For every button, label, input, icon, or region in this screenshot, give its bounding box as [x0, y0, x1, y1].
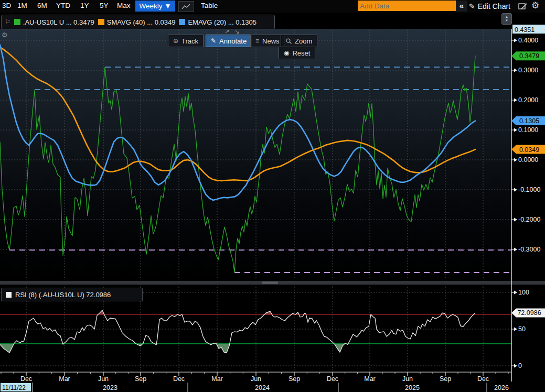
y-tick-label: -0.1000 — [518, 186, 540, 193]
y-tick-label: 0.4000 — [518, 37, 538, 44]
month-label: Mar — [59, 375, 70, 383]
news-icon: ≡ — [255, 37, 259, 45]
top-toolbar: 3D 1M 6M YTD 1Y 5Y Max Weekly ▼ Table « … — [0, 0, 545, 13]
gear-icon[interactable]: ⚙ — [531, 0, 539, 11]
last-value-text: 72.0986 — [517, 309, 541, 317]
month-label: Mar — [364, 375, 376, 383]
month-label: Sep — [135, 375, 146, 383]
rsi-legend[interactable]: RSI (8) (.AU-US10L U) 72.0986 — [1, 288, 143, 301]
svg-text:0.4351: 0.4351 — [515, 26, 535, 34]
track-button[interactable]: ⊕ Track — [168, 35, 204, 47]
month-label: Mar — [211, 375, 223, 383]
panel-gear-icon[interactable]: ⚙ — [2, 31, 8, 39]
legend-item-emavg[interactable]: EMAVG (20) ... 0.1305 — [179, 18, 257, 26]
reset-label: Reset — [292, 49, 310, 57]
bloomberg-chart-window: { "toolbar": { "tabs": ["3D","1M","6M","… — [0, 0, 545, 392]
spinner-down-icon[interactable]: ▼ — [505, 19, 508, 23]
series-legend: ⚐ .AU-US10L U ... 0.3479 SMAVG (40) ... … — [1, 15, 275, 29]
edit-chart-label: Edit Chart — [478, 2, 510, 10]
tab-5y[interactable]: 5Y — [100, 2, 109, 9]
price-swatch — [14, 19, 20, 25]
tab-1y[interactable]: 1Y — [80, 2, 89, 9]
year-label: 2023 — [103, 384, 117, 391]
tab-ytd[interactable]: YTD — [56, 2, 70, 9]
tab-1m[interactable]: 1M — [17, 2, 27, 9]
reset-button[interactable]: ◉ Reset — [279, 47, 315, 59]
emavg-swatch — [179, 19, 185, 25]
year-label: 2025 — [405, 384, 420, 391]
tab-3d[interactable]: 3D — [2, 2, 11, 9]
svg-text:11/11/22: 11/11/22 — [2, 384, 26, 391]
y-tick-label: 0.3000 — [518, 67, 538, 74]
annotate-button[interactable]: ✎ Annotate — [206, 35, 252, 47]
news-label: News — [262, 37, 280, 45]
news-button[interactable]: ≡ News — [250, 35, 285, 47]
edit-chart-button[interactable]: ✎ Edit Chart — [469, 1, 510, 12]
track-icon: ⊕ — [173, 37, 178, 45]
last-value-text: 0.0349 — [519, 146, 539, 154]
annotate-pencil-icon: ✎ — [211, 37, 216, 45]
legend-label-smavg: SMAVG (40) ... 0.0349 — [107, 18, 176, 26]
axis-spinner[interactable]: ▲ ▼ — [501, 13, 512, 25]
y-tick-label: 0.1000 — [518, 126, 538, 134]
annotate-label: Annotate — [219, 37, 247, 45]
main-panel-bg — [0, 29, 511, 279]
add-data-input[interactable] — [358, 1, 458, 11]
period-dropdown[interactable]: Weekly ▼ — [135, 1, 175, 12]
month-label: Dec — [327, 375, 338, 383]
month-label: Jun — [98, 375, 109, 383]
chart-edit-icon — [518, 3, 528, 10]
collapse-button[interactable]: « — [456, 1, 467, 12]
rsi-legend-label: RSI (8) (.AU-US10L U) 72.0986 — [15, 291, 111, 299]
y-tick-label: 50 — [518, 325, 526, 333]
y-tick-label: 100 — [518, 289, 529, 296]
pin-icon[interactable]: ⚐ — [5, 18, 10, 26]
tab-table[interactable]: Table — [201, 2, 218, 9]
reset-icon: ◉ — [284, 49, 289, 57]
month-label: Dec — [477, 375, 489, 383]
tab-max[interactable]: Max — [117, 2, 131, 9]
legend-item-smavg[interactable]: SMAVG (40) ... 0.0349 — [98, 18, 176, 26]
last-value-text: 0.3479 — [519, 52, 539, 60]
legend-label-price: .AU-US10L U ... 0.3479 — [23, 18, 94, 26]
pencil-icon: ✎ — [469, 2, 475, 10]
month-label: Dec — [20, 375, 32, 383]
y-tick-label: 0.2000 — [518, 96, 538, 104]
month-label: Jun — [402, 375, 413, 383]
year-label: 2024 — [255, 384, 270, 391]
magnifier-icon — [286, 38, 292, 44]
month-label: Dec — [173, 375, 185, 383]
zoom-label: Zoom — [295, 37, 312, 45]
smavg-swatch — [98, 19, 104, 25]
month-label: Sep — [440, 375, 451, 383]
line-chart-icon — [181, 4, 191, 10]
y-tick-label: -0.2000 — [518, 216, 540, 223]
chart-settings-button[interactable] — [517, 1, 529, 11]
chart-type-button[interactable] — [178, 1, 194, 12]
y-tick-label: 0 — [518, 362, 522, 369]
month-label: Sep — [288, 375, 300, 383]
legend-label-emavg: EMAVG (20) ... 0.1305 — [188, 18, 257, 26]
y-tick-label: 0.0000 — [518, 156, 538, 164]
chart-canvas[interactable]: 0.40000.30000.20000.10000.0000-0.1000-0.… — [0, 0, 545, 392]
y-tick-label: -0.3000 — [518, 246, 540, 253]
spinner-up-icon[interactable]: ▲ — [505, 15, 508, 19]
month-label: Jun — [251, 375, 261, 383]
tab-6m[interactable]: 6M — [37, 2, 47, 9]
last-value-text: 0.1305 — [519, 117, 539, 125]
rsi-line — [0, 310, 475, 353]
legend-item-price[interactable]: .AU-US10L U ... 0.3479 — [14, 18, 94, 26]
track-label: Track — [181, 37, 198, 45]
zoom-button[interactable]: Zoom — [281, 35, 317, 47]
year-label: 2026 — [494, 384, 509, 391]
rsi-swatch — [6, 292, 12, 298]
